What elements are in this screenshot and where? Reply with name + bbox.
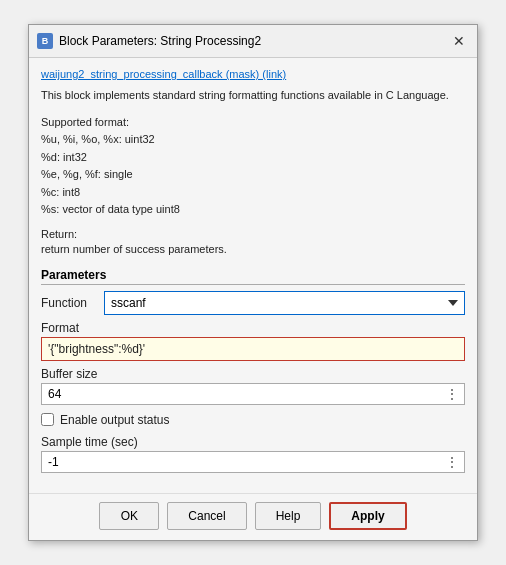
function-row: Function sscanf sprintf — [41, 291, 465, 315]
enable-output-checkbox[interactable] — [41, 413, 54, 426]
apply-button[interactable]: Apply — [329, 502, 406, 530]
return-section: Return: return number of success paramet… — [41, 227, 465, 258]
sample-time-label: Sample time (sec) — [41, 435, 465, 449]
sample-time-dots-button[interactable]: ⋮ — [440, 452, 464, 472]
ok-button[interactable]: OK — [99, 502, 159, 530]
cancel-button[interactable]: Cancel — [167, 502, 246, 530]
enable-output-label: Enable output status — [60, 413, 169, 427]
sample-time-wrapper: ⋮ — [41, 451, 465, 473]
return-text: return number of success parameters. — [41, 242, 465, 257]
function-dropdown[interactable]: sscanf sprintf — [104, 291, 465, 315]
content-area: waijung2_string_processing_callback (mas… — [29, 58, 477, 493]
window-title: Block Parameters: String Processing2 — [59, 34, 261, 48]
format-label: Format — [41, 321, 465, 335]
sample-time-input[interactable] — [42, 452, 440, 472]
format-line-3: %c: int8 — [41, 184, 465, 202]
formats-title: Supported format: — [41, 114, 465, 132]
buffer-size-dots-button[interactable]: ⋮ — [440, 384, 464, 404]
enable-output-row: Enable output status — [41, 413, 465, 427]
function-label: Function — [41, 296, 96, 310]
close-button[interactable]: ✕ — [449, 31, 469, 51]
return-title: Return: — [41, 227, 465, 242]
title-bar-left: B Block Parameters: String Processing2 — [37, 33, 261, 49]
button-row: OK Cancel Help Apply — [29, 493, 477, 540]
format-input-wrapper — [41, 337, 465, 361]
window-icon: B — [37, 33, 53, 49]
parameters-header: Parameters — [41, 268, 465, 285]
format-line-4: %s: vector of data type uint8 — [41, 201, 465, 219]
buffer-size-input[interactable] — [42, 384, 440, 404]
buffer-size-label: Buffer size — [41, 367, 465, 381]
format-input[interactable] — [42, 338, 464, 360]
help-button[interactable]: Help — [255, 502, 322, 530]
description-text: This block implements standard string fo… — [41, 88, 465, 103]
format-line-1: %d: int32 — [41, 149, 465, 167]
mask-link[interactable]: waijung2_string_processing_callback (mas… — [41, 68, 465, 80]
title-bar: B Block Parameters: String Processing2 ✕ — [29, 25, 477, 58]
format-line-2: %e, %g, %f: single — [41, 166, 465, 184]
main-window: B Block Parameters: String Processing2 ✕… — [28, 24, 478, 541]
buffer-size-wrapper: ⋮ — [41, 383, 465, 405]
format-line-0: %u, %i, %o, %x: uint32 — [41, 131, 465, 149]
formats-section: Supported format: %u, %i, %o, %x: uint32… — [41, 114, 465, 220]
